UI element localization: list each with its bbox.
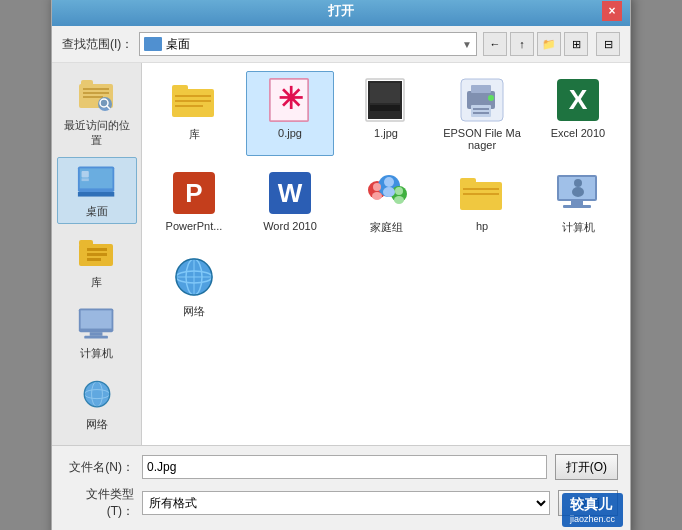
svg-rect-12 <box>81 178 88 181</box>
file-grid: 库 ✳ 0.jpg <box>150 71 622 324</box>
library-icon <box>77 233 117 273</box>
file-item-word[interactable]: W Word 2010 <box>246 164 334 240</box>
sidebar-item-recent[interactable]: 最近访问的位置 <box>57 71 137 153</box>
svg-rect-16 <box>87 253 107 256</box>
file-icon-0jpg: ✳ <box>266 76 314 124</box>
up-button[interactable]: ↑ <box>510 32 534 56</box>
title-bar: 打开 × <box>52 0 630 26</box>
sidebar-item-desktop[interactable]: 桌面 <box>57 157 137 224</box>
svg-rect-64 <box>463 193 499 195</box>
sidebar-item-recent-label: 最近访问的位置 <box>60 118 134 148</box>
sidebar-item-network-label: 网络 <box>86 417 108 432</box>
sidebar-item-library-label: 库 <box>91 275 102 290</box>
file-item-ppt[interactable]: P PowerPnt... <box>150 164 238 240</box>
view-button[interactable]: ⊞ <box>564 32 588 56</box>
file-area: 库 ✳ 0.jpg <box>142 63 630 445</box>
file-item-1jpg[interactable]: 1.jpg <box>342 71 430 156</box>
recent-icon <box>77 76 117 116</box>
file-icon-1jpg <box>362 76 410 124</box>
filename-input[interactable] <box>142 455 547 479</box>
file-icon-excel: X <box>554 76 602 124</box>
sidebar: 最近访问的位置 <box>52 63 142 445</box>
svg-rect-43 <box>473 108 489 110</box>
svg-rect-70 <box>563 205 591 208</box>
file-label-hp: hp <box>476 220 488 232</box>
svg-rect-36 <box>370 83 400 103</box>
new-folder-button[interactable]: 📁 <box>537 32 561 56</box>
svg-point-59 <box>395 187 403 195</box>
file-item-network[interactable]: 网络 <box>150 248 238 324</box>
file-label-word: Word 2010 <box>263 220 317 232</box>
svg-point-56 <box>372 192 382 200</box>
sidebar-item-computer[interactable]: 计算机 <box>57 299 137 366</box>
location-combo[interactable]: 桌面 ▼ <box>139 32 477 56</box>
sidebar-item-desktop-label: 桌面 <box>86 204 108 219</box>
svg-rect-14 <box>79 240 93 246</box>
svg-text:P: P <box>185 178 202 208</box>
svg-rect-26 <box>172 89 214 117</box>
file-icon-word: W <box>266 169 314 217</box>
file-icon-hp <box>458 169 506 217</box>
svg-rect-11 <box>81 171 88 177</box>
svg-rect-10 <box>77 192 113 197</box>
svg-rect-17 <box>87 258 101 261</box>
file-item-family[interactable]: 家庭组 <box>342 164 430 240</box>
file-label-0jpg: 0.jpg <box>278 127 302 139</box>
svg-rect-42 <box>471 105 491 117</box>
file-item-0jpg[interactable]: ✳ 0.jpg <box>246 71 334 156</box>
location-label: 查找范围(I)： <box>62 36 133 53</box>
svg-text:W: W <box>278 178 303 208</box>
watermark: 较真儿 jiaozhen.cc <box>562 493 623 527</box>
filetype-select[interactable]: 所有格式 <box>142 491 550 515</box>
svg-rect-29 <box>175 100 211 102</box>
file-label-epson: EPSON File Manager <box>443 127 521 151</box>
file-item-hp[interactable]: hp <box>438 164 526 240</box>
svg-point-57 <box>384 177 394 187</box>
folder-icon <box>170 76 218 124</box>
extra-button[interactable]: ⊟ <box>596 32 620 56</box>
file-label-library: 库 <box>189 127 200 142</box>
svg-rect-30 <box>175 105 203 107</box>
svg-point-58 <box>383 187 395 197</box>
svg-rect-19 <box>80 310 111 328</box>
file-icon-network <box>170 253 218 301</box>
open-button[interactable]: 打开(O) <box>555 454 618 480</box>
svg-point-60 <box>394 196 404 204</box>
svg-rect-20 <box>89 332 102 336</box>
file-icon-family <box>362 169 410 217</box>
svg-point-55 <box>373 183 381 191</box>
file-label-ppt: PowerPnt... <box>166 220 223 232</box>
svg-point-67 <box>574 179 582 187</box>
location-value: 桌面 <box>166 36 462 53</box>
computer-icon <box>77 304 117 344</box>
file-item-library[interactable]: 库 <box>150 71 238 156</box>
svg-rect-61 <box>460 182 502 210</box>
network-icon-sidebar <box>77 375 117 415</box>
file-item-excel[interactable]: X Excel 2010 <box>534 71 622 156</box>
bottom-bar: 文件名(N)： 打开(O) 文件类型(T)： 所有格式 取消 <box>52 445 630 530</box>
filename-label: 文件名(N)： <box>64 459 134 476</box>
svg-rect-41 <box>471 85 491 93</box>
svg-rect-37 <box>370 105 400 111</box>
file-label-excel: Excel 2010 <box>551 127 605 139</box>
svg-point-45 <box>488 95 494 101</box>
svg-rect-63 <box>463 188 499 190</box>
file-label-family: 家庭组 <box>370 220 403 235</box>
file-label-computer: 计算机 <box>562 220 595 235</box>
sidebar-item-library[interactable]: 库 <box>57 228 137 295</box>
back-button[interactable]: ← <box>483 32 507 56</box>
svg-rect-15 <box>87 248 107 251</box>
file-icon-computer <box>554 169 602 217</box>
svg-rect-4 <box>83 96 103 98</box>
main-area: 最近访问的位置 <box>52 63 630 445</box>
filename-row: 文件名(N)： 打开(O) <box>64 454 618 480</box>
file-icon-ppt: P <box>170 169 218 217</box>
open-dialog: 打开 × 查找范围(I)： 桌面 ▼ ← ↑ 📁 ⊞ ⊟ <box>51 0 631 530</box>
svg-rect-69 <box>571 201 583 205</box>
file-item-computer[interactable]: 计算机 <box>534 164 622 240</box>
close-button[interactable]: × <box>602 1 622 21</box>
sidebar-item-computer-label: 计算机 <box>80 346 113 361</box>
sidebar-item-network[interactable]: 网络 <box>57 370 137 437</box>
svg-point-68 <box>572 187 584 197</box>
file-item-epson[interactable]: EPSON File Manager <box>438 71 526 156</box>
